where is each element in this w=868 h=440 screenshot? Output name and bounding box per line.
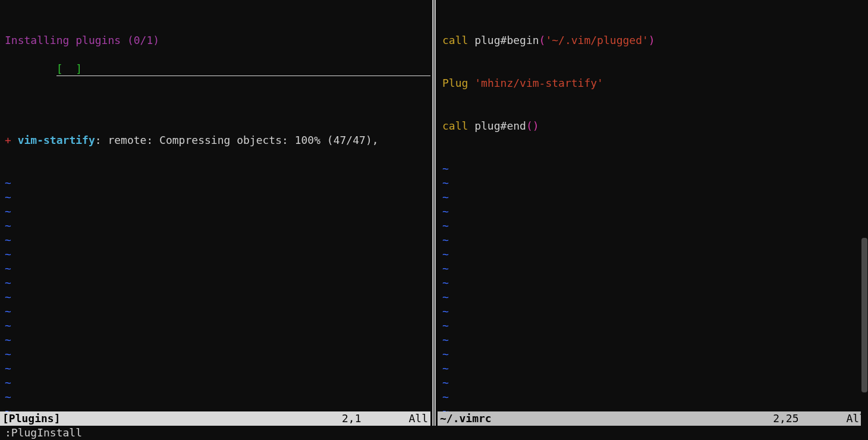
empty-line-tilde: ~ <box>5 205 426 219</box>
vimrc-line-3: call plug#end() <box>442 119 863 133</box>
right-statusline: ~/.vimrc 2,25 All <box>438 411 868 426</box>
empty-line-tilde: ~ <box>5 276 426 290</box>
empty-line-tilde: ~ <box>442 176 863 190</box>
empty-line-tilde: ~ <box>442 362 863 376</box>
bottom-row: :PlugInstall <box>0 426 868 440</box>
empty-line-tilde: ~ <box>5 404 426 411</box>
blank-line <box>5 90 426 105</box>
empty-line-tilde: ~ <box>5 304 426 319</box>
empty-line-tilde: ~ <box>442 304 863 319</box>
left-statusline: [Plugins] 2,1 All <box>0 411 430 426</box>
empty-line-tilde: ~ <box>442 319 863 333</box>
vim-editor: Installing plugins (0/1) [ ] + vim-start… <box>0 0 868 440</box>
vertical-split-divider[interactable] <box>430 0 438 426</box>
empty-line-tilde: ~ <box>5 233 426 247</box>
split-container: Installing plugins (0/1) [ ] + vim-start… <box>0 0 868 426</box>
empty-line-tilde: ~ <box>5 262 426 276</box>
plug-progress-bar: [ ] <box>56 62 430 76</box>
empty-line-tilde: ~ <box>5 190 426 205</box>
empty-line-tilde: ~ <box>442 347 863 362</box>
left-status-pct: All <box>408 411 428 426</box>
empty-line-tilde: ~ <box>5 247 426 262</box>
right-status-name: ~/.vimrc <box>440 411 492 426</box>
vimrc-line-1: call plug#begin('~/.vim/plugged') <box>442 33 863 48</box>
empty-line-tilde: ~ <box>442 276 863 290</box>
empty-line-tilde: ~ <box>5 290 426 304</box>
scrollbar-thumb[interactable] <box>861 238 867 392</box>
empty-line-tilde: ~ <box>5 362 426 376</box>
empty-line-tilde: ~ <box>442 376 863 390</box>
empty-line-tilde: ~ <box>442 290 863 304</box>
window-scrollbar[interactable] <box>861 0 868 440</box>
left-status-name: [Plugins] <box>2 411 61 426</box>
empty-line-tilde: ~ <box>442 333 863 347</box>
empty-line-tilde: ~ <box>442 219 863 233</box>
empty-line-tilde: ~ <box>5 347 426 362</box>
empty-line-tilde: ~ <box>5 390 426 404</box>
right-status-pos: 2,25 <box>773 411 798 426</box>
left-pane[interactable]: Installing plugins (0/1) [ ] + vim-start… <box>0 0 430 426</box>
empty-line-tilde: ~ <box>5 176 426 190</box>
empty-line-tilde: ~ <box>442 247 863 262</box>
empty-line-tilde: ~ <box>5 219 426 233</box>
plug-install-title: Installing plugins (0/1) <box>5 33 426 48</box>
left-status-pos: 2,1 <box>342 411 361 426</box>
empty-line-tilde: ~ <box>5 333 426 347</box>
right-pane[interactable]: call plug#begin('~/.vim/plugged') Plug '… <box>438 0 868 426</box>
plugin-install-line: + vim-startify: remote: Compressing obje… <box>5 133 426 147</box>
empty-line-tilde: ~ <box>442 390 863 404</box>
empty-line-tilde: ~ <box>5 319 426 333</box>
empty-line-tilde: ~ <box>442 205 863 219</box>
right-buffer[interactable]: call plug#begin('~/.vim/plugged') Plug '… <box>438 0 868 411</box>
vimrc-line-2: Plug 'mhinz/vim-startify' <box>442 76 863 90</box>
empty-line-tilde: ~ <box>442 162 863 176</box>
empty-line-tilde: ~ <box>442 233 863 247</box>
empty-line-tilde: ~ <box>442 262 863 276</box>
empty-line-tilde: ~ <box>5 376 426 390</box>
empty-line-tilde: ~ <box>442 190 863 205</box>
command-line[interactable]: :PlugInstall <box>0 426 868 440</box>
empty-line-tilde: ~ <box>442 404 863 411</box>
left-buffer[interactable]: Installing plugins (0/1) [ ] + vim-start… <box>0 0 430 411</box>
